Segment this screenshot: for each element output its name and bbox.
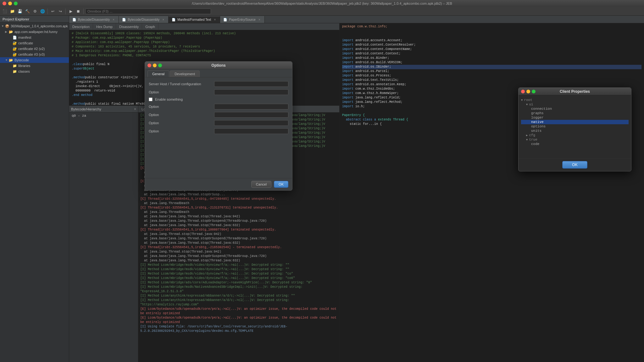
options-input-1[interactable] [214, 81, 288, 87]
toolbar-run[interactable]: ▶ [67, 8, 74, 15]
toolbar: ⬛ 📁 💾 🔨 ⚙ 🌐 ↩ ↪ ▶ ⏹ [0, 7, 644, 16]
cp-true[interactable]: ▼true [521, 137, 629, 142]
sidebar-tree: ▼ 📦 360Wallpaper_1.0.4_apkcombo.com.apk … [0, 23, 69, 362]
toolbar-redo[interactable]: ↪ [57, 8, 64, 15]
h-item-q0[interactable]: q0 - za [69, 113, 138, 118]
cp-ui[interactable]: ▼ui [521, 102, 629, 107]
toolbar-btn-2[interactable]: 📁 [9, 8, 16, 15]
tree-item-cert1[interactable]: 🔐 certificate [0, 40, 69, 46]
subtab-graph[interactable]: Graph [142, 23, 158, 30]
toolbar-btn-1[interactable]: ⬛ [1, 8, 8, 15]
cp-units[interactable]: units [521, 129, 629, 133]
hierarchy-close-btn[interactable]: × [134, 107, 136, 111]
options-tab-development[interactable]: Development [170, 70, 200, 77]
tab-bytecode1-close[interactable]: × [112, 18, 115, 21]
right-code-editor[interactable]: package com.w.thsz.info; import android.… [340, 23, 644, 362]
options-ok-btn[interactable]: OK [274, 181, 288, 188]
options-label-2: Option [149, 90, 212, 94]
cp-logger[interactable]: logger [521, 115, 629, 120]
log-line-28: at java.lang.Thread.stop(Thread.java:942… [140, 232, 338, 237]
cp-native[interactable]: native [521, 120, 629, 124]
cp-root[interactable]: ▼root [521, 98, 629, 102]
options-tab-general[interactable]: General [147, 70, 169, 77]
subtab-hexdump[interactable]: Hex Dump [93, 23, 116, 30]
options-tabs: General Development [145, 69, 292, 77]
log-line-26: at java.base/java.lang.Thread.stop(Threa… [140, 223, 338, 228]
tree-icon-manifest: 📄 [13, 36, 17, 40]
client-props-max[interactable] [532, 90, 536, 93]
cp-connection[interactable]: connection [521, 107, 629, 111]
options-cancel-btn[interactable]: Cancel [251, 181, 271, 188]
tab-manifest-close[interactable]: × [213, 18, 217, 22]
options-input-5[interactable] [214, 120, 288, 126]
options-input-6[interactable] [214, 128, 288, 134]
tab-bytecode2-close[interactable]: × [161, 18, 165, 21]
options-row-2: Option [149, 89, 288, 95]
toolbar-btn-5[interactable]: ⚙ [31, 8, 38, 15]
hierarchy-header: Bytecode/Hierarchy × [69, 106, 138, 113]
tab-paperentry[interactable]: 📄 PaperEntry/Source × [220, 16, 265, 23]
options-traffic-lights [147, 64, 162, 67]
tab-paperentry-close[interactable]: × [258, 18, 261, 21]
subtab-disassembly[interactable]: Disassembly [116, 23, 142, 30]
window-title: /Users/crifan/dev/dev_root/androidRevers… [192, 2, 452, 5]
options-min-btn[interactable] [153, 64, 157, 67]
cp-cfg[interactable]: ▶cfg [521, 133, 629, 137]
options-max-btn[interactable] [158, 64, 162, 67]
client-properties-dialog: Client Properties ▼root ▼ui connection g… [518, 87, 631, 171]
sidebar-title: Project Explorer [3, 17, 29, 21]
tree-item-cert3[interactable]: 🔐 certificate #3 (v3) [0, 52, 69, 57]
toolbar-btn-4[interactable]: 🔨 [24, 8, 31, 15]
log-line-25: at java.base/java.lang.Thread.stopOrSusp… [140, 219, 338, 223]
toolbar-undo[interactable]: ↩ [49, 8, 56, 15]
client-props-ok-btn[interactable]: OK [562, 161, 587, 169]
right-code-import11: import android.os.annotation.Keep; [342, 82, 641, 87]
tree-icon-cert2: 🔐 [13, 47, 17, 51]
options-dialog-content: Server Host / Tunnel configuration Optio… [145, 77, 292, 178]
minimize-button[interactable] [8, 2, 12, 5]
tree-arrow-pkg: ▶ [5, 30, 9, 33]
project-explorer-sidebar: Project Explorer ▼ 📦 360Wallpaper_1.0.4_… [0, 16, 69, 362]
toolbar-stop[interactable]: ⏹ [75, 8, 82, 15]
tab-bytecode2[interactable]: 📄 Bytecode/Disassembly × [119, 16, 169, 23]
cp-code[interactable]: code [521, 142, 629, 146]
log-line-42: [I] Method Lcom/anythink/expressad/mbban… [140, 298, 338, 307]
tree-item-cert2[interactable]: 🔐 certificate #2 (v2) [0, 46, 69, 52]
options-close-btn[interactable] [147, 64, 151, 67]
options-input-2[interactable] [214, 89, 288, 95]
tab-manifest[interactable]: 📄 Manifest/Formatted Text × [169, 16, 220, 23]
log-line-31: [C] Thread[irsbt-325564541,5,irsbtg_-216… [140, 245, 338, 250]
toolbar-btn-6[interactable]: 🌐 [39, 8, 46, 15]
maximize-button[interactable] [14, 2, 18, 5]
log-line-22: [C] Thread[irsbt-325564541,5,irsbtg_-213… [140, 206, 338, 210]
tree-item-root[interactable]: ▼ 📦 360Wallpaper_1.0.4_apkcombo.com.apk [0, 23, 69, 29]
right-code-import10: import android.text.TextUtils; [342, 78, 641, 82]
options-checkbox-1[interactable] [149, 97, 153, 101]
tree-icon-root: 📦 [5, 24, 9, 28]
tree-item-libraries[interactable]: 📁 libraries [0, 63, 69, 69]
subtab-description[interactable]: Description [69, 23, 93, 30]
tree-item-manifest[interactable]: 📄 manifest [0, 35, 69, 40]
options-input-4[interactable] [214, 112, 288, 118]
cp-options[interactable]: options [521, 124, 629, 129]
omnibox-input[interactable] [85, 8, 211, 14]
tree-item-pkg[interactable]: ▶ 📂 app.com.wallpaper.hd.funny [0, 29, 69, 35]
code-line-6: # 1 Dangerous Permissions: PHONE, CONTAC… [69, 53, 339, 58]
tree-item-bytecode[interactable]: ▼ 📂 Bytecode [0, 57, 69, 63]
toolbar-btn-3[interactable]: 💾 [16, 8, 23, 15]
options-input-3[interactable] [214, 104, 288, 109]
cp-graphs[interactable]: graphs [521, 111, 629, 115]
log-line-30: at java.base/java.lang.Thread.stop(Threa… [140, 241, 338, 245]
right-code-import5: import android.os.Binder; [342, 56, 641, 60]
log-line-32: at java.lang.Thread.stop(Thread.java:942… [140, 250, 338, 254]
tab-bytecode1[interactable]: 📄 Bytecode/Disassembly × [69, 16, 119, 23]
tree-item-classes[interactable]: 📁 classes [0, 69, 69, 74]
options-row-1: Server Host / Tunnel configuration [149, 81, 288, 87]
close-button[interactable] [3, 2, 6, 5]
hierarchy-content: q0 - za [69, 113, 138, 362]
log-line-27: [C] Thread[irsbt-325564541,5,irsbtg_1008… [140, 228, 338, 232]
client-props-min[interactable] [526, 90, 530, 93]
code-line-4: # Components: 163 activities, 45 service… [69, 45, 339, 49]
right-code-import2: import android.content.ContentResolver; [342, 43, 641, 47]
client-props-close[interactable] [521, 90, 525, 93]
